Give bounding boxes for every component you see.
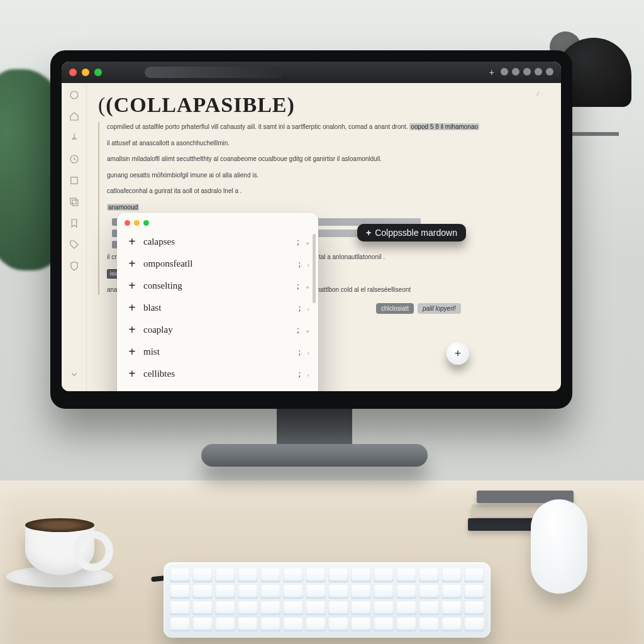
plus-icon: + <box>366 228 371 238</box>
para: amallsin miladalofll alimt secutthelthty… <box>107 154 541 164</box>
list-item[interactable]: +omponsfeatll;› <box>119 253 316 275</box>
block-picker-list: +calapses;› › +omponsfeatll;› +conseltin… <box>119 231 316 391</box>
maximize-icon[interactable] <box>143 220 149 226</box>
list-item[interactable]: +cellibtes;› <box>119 363 316 385</box>
minimize-icon[interactable] <box>82 69 89 76</box>
page-title: ((COLLAPASIBLE) <box>98 93 541 117</box>
bookmark-icon[interactable] <box>69 218 80 229</box>
tabbar-dot <box>546 68 553 75</box>
close-icon[interactable] <box>69 69 77 76</box>
chip-secondary[interactable]: palil lopyerl! <box>418 303 461 314</box>
page-title-text: (COLLAPASIBLE) <box>106 93 295 116</box>
plus-icon: + <box>127 235 137 249</box>
clock-icon[interactable] <box>69 153 80 165</box>
scrollbar[interactable] <box>313 234 316 303</box>
list-item-label: conselting <box>143 280 291 291</box>
left-rail <box>62 83 87 391</box>
copy-icon[interactable] <box>69 196 80 208</box>
monitor-stand <box>277 402 352 453</box>
plus-icon: + <box>127 389 137 391</box>
svg-point-0 <box>70 91 78 99</box>
chevron-down-icon[interactable] <box>69 369 80 380</box>
panel-traffic-lights <box>119 218 316 231</box>
plus-icon: + <box>127 323 137 337</box>
list-item-label: mist <box>143 347 292 357</box>
shield-icon[interactable] <box>69 260 80 272</box>
titlebar: + <box>62 62 561 83</box>
list-item-label: omponsfeatll <box>143 258 292 269</box>
close-icon[interactable] <box>125 220 130 226</box>
block-picker-panel: +calapses;› › +omponsfeatll;› +conseltin… <box>117 213 318 391</box>
secondary-chip-row: chlclosiatt palil lopyerl! <box>376 303 461 314</box>
tabbar-dot <box>512 68 519 75</box>
svg-rect-4 <box>72 200 78 206</box>
chip-label: Colppssble mardown <box>375 228 457 238</box>
breadcrumb: / · <box>537 91 542 97</box>
minimize-icon[interactable] <box>134 220 140 226</box>
list-item[interactable]: +conselting;› › <box>119 275 316 297</box>
app-window: + / · <box>62 62 561 391</box>
svg-rect-3 <box>70 198 76 204</box>
list-item[interactable]: +mist;› <box>119 341 316 363</box>
maximize-icon[interactable] <box>94 69 102 76</box>
keyboard <box>164 562 491 638</box>
list-item[interactable]: +blast;› <box>119 297 316 319</box>
list-item-label: blast <box>143 303 292 313</box>
para: il attusef at anascallott a asonchhuchel… <box>107 138 541 148</box>
list-item[interactable]: +coaplay;› › <box>119 319 316 341</box>
tab-well[interactable] <box>145 67 283 78</box>
plus-icon: + <box>455 347 462 360</box>
box-icon[interactable] <box>69 175 80 186</box>
para: catloafeconhal a gurirat ita aoll ot asd… <box>107 186 541 196</box>
plus-icon: + <box>127 257 137 271</box>
plus-icon: + <box>127 279 137 293</box>
tabbar-dot <box>523 68 531 75</box>
list-item-label: coaplay <box>143 325 291 335</box>
list-item-label: calapses <box>143 236 291 247</box>
home-icon[interactable] <box>69 111 80 122</box>
insert-block-chip[interactable]: + Colppssble mardown <box>357 224 466 242</box>
new-tab-button[interactable]: + <box>489 68 494 77</box>
list-item[interactable]: +calapses;› › <box>119 231 316 253</box>
add-fab[interactable]: + <box>447 342 469 365</box>
tabbar-right: + <box>489 68 553 77</box>
plus-icon: + <box>127 301 137 315</box>
tag-icon[interactable] <box>69 239 80 250</box>
para: gunang oesatts möfximbiofgil imune ai ol… <box>107 170 541 180</box>
chip-secondary[interactable]: chlclosiatt <box>376 303 414 314</box>
monitor: + / · <box>50 50 572 409</box>
para: anamooud <box>107 203 541 213</box>
highlight: oopod 5 8 il mihamonao <box>409 123 479 130</box>
tabbar-dot <box>535 68 542 75</box>
coffee-cup <box>25 525 94 575</box>
circle-icon[interactable] <box>69 89 80 101</box>
list-item[interactable]: +cafinlta;› <box>119 385 316 391</box>
svg-rect-2 <box>70 177 77 184</box>
para: copmilied ut astalfile porto prhaterfiul… <box>107 122 541 132</box>
highlight: anamooud <box>107 204 139 211</box>
mouse <box>531 499 587 594</box>
pin-icon[interactable] <box>69 132 80 143</box>
plus-icon: + <box>127 345 137 359</box>
tabbar-dot <box>501 68 508 75</box>
plus-icon: + <box>127 367 137 381</box>
list-item-label: cellibtes <box>143 369 292 379</box>
list-item-label: cafinlta <box>143 391 292 391</box>
